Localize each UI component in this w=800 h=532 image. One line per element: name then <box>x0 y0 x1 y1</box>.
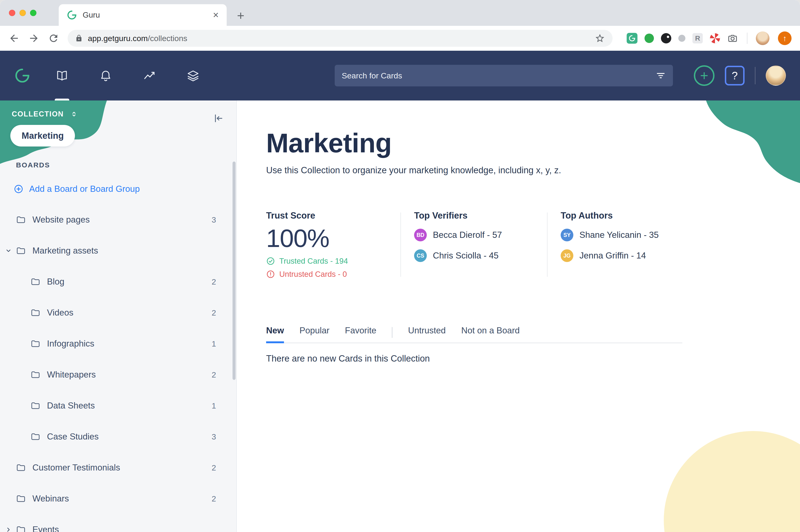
sidebar-item-marketing-assets[interactable]: Marketing assets <box>0 235 236 266</box>
collection-stats: Trust Score 100% Trusted Cards - 194 Unt… <box>266 211 800 279</box>
tab-untrusted[interactable]: Untrusted <box>408 326 446 343</box>
board-count: 1 <box>212 339 216 348</box>
sidebar-item-events[interactable]: Events <box>0 514 236 532</box>
collection-title: Marketing <box>266 127 800 159</box>
card-search[interactable] <box>335 65 673 87</box>
author-row[interactable]: JG Jenna Griffin - 14 <box>561 249 658 262</box>
sidebar-item-blog[interactable]: Blog 2 <box>0 266 236 297</box>
trust-score-panel: Trust Score 100% Trusted Cards - 194 Unt… <box>266 211 401 279</box>
navbar-separator <box>755 67 756 84</box>
folder-icon <box>16 463 26 473</box>
browser-tab[interactable]: Guru × <box>59 4 227 26</box>
verifier-row[interactable]: BD Becca Dierolf - 57 <box>414 229 547 241</box>
extensions-area: R <box>627 33 739 44</box>
gray-extension-icon[interactable] <box>678 35 685 42</box>
window-minimize-button[interactable] <box>19 10 26 16</box>
card-tabs: New Popular Favorite Untrusted Not on a … <box>266 326 682 343</box>
tab-not-on-a-board[interactable]: Not on a Board <box>461 326 520 343</box>
sidebar-item-infographics[interactable]: Infographics 1 <box>0 328 236 359</box>
browser-window: Guru × + app.getguru.com/collections <box>0 0 800 532</box>
folder-icon <box>31 370 40 380</box>
window-zoom-button[interactable] <box>30 10 36 16</box>
caret-down-icon[interactable] <box>5 247 12 254</box>
folder-icon <box>31 339 40 349</box>
tab-popular[interactable]: Popular <box>299 326 330 343</box>
search-input[interactable] <box>342 71 655 80</box>
caret-right-icon[interactable] <box>5 526 12 532</box>
reload-icon[interactable] <box>48 33 59 44</box>
alert-circle-icon <box>266 270 275 279</box>
sidebar-scrollbar[interactable] <box>232 162 236 380</box>
avatar: CS <box>414 249 427 262</box>
nav-cards-icon[interactable] <box>54 51 70 100</box>
boards-section: BOARDS Add a Board or Board Group Websit… <box>0 100 236 532</box>
avatar: BD <box>414 229 427 241</box>
board-count: 3 <box>212 432 216 441</box>
sidebar-item-videos[interactable]: Videos 2 <box>0 297 236 328</box>
tab-new[interactable]: New <box>266 326 284 343</box>
app-navbar: + ? <box>0 51 800 100</box>
folder-icon <box>16 246 26 256</box>
collection-main: Marketing Use this Collection to organiz… <box>237 100 800 532</box>
pinwheel-extension-icon[interactable] <box>710 33 720 43</box>
avatar: JG <box>561 249 573 262</box>
add-board-button[interactable]: Add a Board or Board Group <box>0 181 236 197</box>
sidebar-item-data-sheets[interactable]: Data Sheets 1 <box>0 390 236 421</box>
verifier-row[interactable]: CS Chris Sciolla - 45 <box>414 249 547 262</box>
nav-notifications-icon[interactable] <box>98 51 114 100</box>
filter-icon[interactable] <box>655 71 666 81</box>
folder-icon <box>31 277 40 287</box>
window-controls <box>9 10 36 16</box>
window-close-button[interactable] <box>9 10 15 16</box>
board-count: 2 <box>212 463 216 472</box>
browser-update-button[interactable]: ↑ <box>778 32 792 45</box>
tabs-divider <box>392 327 392 338</box>
collection-label: COLLECTION <box>12 110 64 118</box>
author-row[interactable]: SY Shane Yelicanin - 35 <box>561 229 658 241</box>
avatar: SY <box>561 229 573 241</box>
folder-icon <box>31 401 40 411</box>
sidebar-item-case-studies[interactable]: Case Studies 3 <box>0 421 236 452</box>
guru-extension-icon[interactable] <box>627 33 637 44</box>
camera-extension-icon[interactable] <box>727 33 739 44</box>
forward-icon[interactable] <box>28 33 39 44</box>
new-tab-button[interactable]: + <box>237 9 244 22</box>
help-button[interactable]: ? <box>725 66 745 86</box>
trust-score-value: 100% <box>266 225 401 252</box>
sidebar-item-website-pages[interactable]: Website pages 3 <box>0 204 236 235</box>
collection-switch-icon[interactable] <box>71 111 77 118</box>
content-area: COLLECTION Marketing BOARDS Add a Board … <box>0 100 800 532</box>
board-list: Website pages 3 Marketing assets Blog 2 <box>0 204 236 532</box>
board-count: 2 <box>212 277 216 286</box>
create-card-button[interactable]: + <box>694 65 714 86</box>
add-board-label: Add a Board or Board Group <box>29 184 140 194</box>
guru-logo[interactable] <box>14 68 31 84</box>
collection-pill[interactable]: Marketing <box>10 125 75 147</box>
back-icon[interactable] <box>8 33 20 44</box>
url-text: app.getguru.com/collections <box>88 34 187 43</box>
empty-state-message: There are no new Cards in this Collectio… <box>266 354 800 364</box>
browser-profile-avatar[interactable] <box>756 32 769 45</box>
top-verifiers-heading: Top Verifiers <box>414 211 547 221</box>
nav-collections-icon[interactable] <box>185 51 201 100</box>
bookmark-star-icon[interactable] <box>595 33 605 43</box>
top-authors-heading: Top Authors <box>561 211 658 221</box>
dark-extension-icon[interactable] <box>661 33 671 43</box>
green-extension-icon[interactable] <box>645 34 654 43</box>
collection-switcher[interactable]: COLLECTION <box>12 110 77 118</box>
tab-favorite[interactable]: Favorite <box>345 326 376 343</box>
board-count: 2 <box>212 370 216 379</box>
user-avatar[interactable] <box>766 65 786 86</box>
yellow-blob-decoration <box>664 431 800 532</box>
nav-analytics-icon[interactable] <box>142 51 157 100</box>
r-extension-icon[interactable]: R <box>692 33 703 43</box>
folder-icon <box>31 432 40 442</box>
sidebar-item-whitepapers[interactable]: Whitepapers 2 <box>0 359 236 390</box>
address-bar[interactable]: app.getguru.com/collections <box>68 30 613 47</box>
sidebar-item-customer-testimonials[interactable]: Customer Testimonials 2 <box>0 452 236 483</box>
collapse-sidebar-icon[interactable] <box>213 113 224 124</box>
tab-close-icon[interactable]: × <box>213 10 219 20</box>
folder-icon <box>16 525 26 532</box>
browser-toolbar: app.getguru.com/collections R ↑ <box>0 26 800 51</box>
sidebar-item-webinars[interactable]: Webinars 2 <box>0 483 236 514</box>
